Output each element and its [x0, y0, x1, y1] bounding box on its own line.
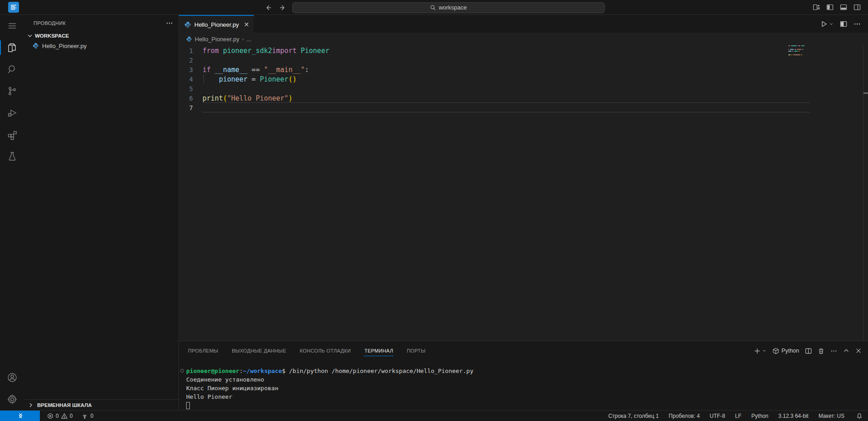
workspace-section-header[interactable]: WORKSPACE [24, 31, 178, 41]
split-terminal-icon[interactable] [805, 348, 812, 354]
ports-status[interactable]: 0 [78, 413, 97, 419]
terminal-line [179, 401, 868, 410]
source-control-icon[interactable] [0, 80, 24, 102]
panel-tab-item[interactable]: ПРОБЛЕМЫ [188, 345, 219, 356]
panel-tab-active[interactable]: ТЕРМИНАЛ [364, 345, 393, 356]
breadcrumb-file[interactable]: Hello_Pioneer.py [195, 36, 239, 43]
explorer-sidebar: ПРОВОДНИК WORKSPACE Hello_Pioneer.py ВРЕ… [24, 15, 179, 410]
workspace-section-label: WORKSPACE [35, 33, 69, 39]
code-line[interactable]: 5 [179, 84, 868, 93]
file-item[interactable]: Hello_Pioneer.py [24, 41, 178, 51]
command-decoration-icon[interactable] [180, 369, 184, 373]
toggle-primary-sidebar-icon[interactable] [826, 4, 834, 11]
new-terminal-icon[interactable] [754, 348, 767, 354]
customize-layout-icon[interactable] [813, 4, 820, 11]
tab-hello-pioneer[interactable]: Hello_Pioneer.py ✕ [179, 15, 254, 33]
status-item[interactable]: Пробелов: 4 [669, 413, 700, 419]
code-lines: 1from pioneer_sdk2import Pioneer23if __n… [179, 46, 868, 112]
minimap[interactable] [788, 45, 810, 58]
overview-ruler[interactable] [863, 45, 868, 341]
code-line[interactable]: 4 pioneer = Pioneer() [179, 74, 868, 84]
code-line[interactable]: 7 [179, 103, 868, 112]
line-content: pioneer = Pioneer() [203, 75, 297, 83]
terminal-output[interactable]: pioneer@pioneer:~/workspace$ /bin/python… [179, 360, 868, 410]
toggle-panel-icon[interactable] [840, 4, 847, 11]
status-item[interactable]: Макет: US [819, 413, 844, 419]
status-item[interactable]: UTF-8 [710, 413, 725, 419]
code-line[interactable]: 2 [179, 55, 868, 65]
menu-icon[interactable] [0, 15, 24, 37]
vscode-window: { "titlebar": { "search": "workspace" },… [0, 0, 868, 421]
warning-count: 0 [70, 413, 73, 419]
code-line[interactable]: 6print("Hello Pioneer") [179, 93, 868, 103]
editor-group: Hello_Pioneer.py ✕ Hello_Pio [179, 15, 868, 410]
status-item[interactable]: Python [752, 413, 768, 419]
titlebar: workspace [0, 0, 868, 15]
activity-bar-spacer [0, 167, 24, 367]
panel-tab-item[interactable]: ВЫХОДНЫЕ ДАННЫЕ [231, 345, 287, 356]
maximize-panel-icon[interactable] [843, 348, 849, 354]
notifications-bell-icon[interactable] [854, 413, 863, 419]
back-arrow-icon[interactable] [263, 3, 273, 13]
bottom-panel: ПРОБЛЕМЫВЫХОДНЫЕ ДАННЫЕКОНСОЛЬ ОТЛАДКИТЕ… [179, 341, 868, 410]
command-center-search[interactable]: workspace [292, 2, 605, 13]
run-python-file-icon[interactable] [820, 20, 834, 28]
extensions-icon[interactable] [0, 124, 24, 145]
python-file-icon-small [186, 36, 192, 42]
status-bar: 0 0 0 Строка 7, столбец 1Пробелов: 4UTF-… [0, 410, 868, 421]
search-view-icon[interactable] [0, 58, 24, 80]
panel-tab-item[interactable]: КОНСОЛЬ ОТЛАДКИ [299, 345, 352, 356]
remote-indicator[interactable] [0, 411, 40, 421]
settings-gear-icon[interactable] [0, 388, 24, 410]
line-content: print("Hello Pioneer") [203, 94, 293, 102]
line-number: 4 [179, 76, 203, 83]
activity-bar [0, 15, 24, 410]
search-value: workspace [439, 4, 467, 11]
chevron-down-icon [26, 32, 34, 39]
status-item[interactable]: LF [735, 413, 742, 419]
ports-count: 0 [90, 413, 93, 419]
accounts-icon[interactable] [0, 367, 24, 388]
problems-status[interactable]: 0 0 [43, 413, 76, 419]
tab-close-icon[interactable]: ✕ [244, 21, 249, 28]
kill-terminal-icon[interactable] [818, 348, 825, 354]
explorer-icon[interactable] [0, 37, 24, 58]
status-item[interactable]: 3.12.3 64-bit [778, 413, 809, 419]
python-file-icon [184, 21, 191, 28]
cursor-position-marker [863, 92, 868, 94]
chevron-right-icon [27, 402, 34, 409]
line-content: if __name__ == "__main__": [203, 66, 309, 74]
code-line[interactable]: 1from pioneer_sdk2import Pioneer [179, 46, 868, 55]
line-number: 5 [179, 85, 203, 92]
breadcrumb-separator-icon: › [242, 36, 244, 42]
editor-more-actions-icon[interactable] [854, 20, 861, 28]
panel-tab-item[interactable]: ПОРТЫ [406, 345, 426, 356]
app-logo-icon[interactable] [8, 2, 19, 13]
panel-more-actions-icon[interactable] [830, 348, 837, 354]
timeline-section-header[interactable]: ВРЕМЕННАЯ ШКАЛА [24, 399, 178, 410]
line-number: 6 [179, 95, 203, 102]
file-tree: Hello_Pioneer.py [24, 41, 178, 51]
breadcrumb: Hello_Pioneer.py › ... [179, 33, 868, 45]
breadcrumb-symbol[interactable]: ... [246, 36, 251, 43]
code-editor[interactable]: 1from pioneer_sdk2import Pioneer23if __n… [179, 45, 868, 341]
terminal-profile[interactable]: Python [772, 348, 799, 354]
status-item[interactable]: Строка 7, столбец 1 [608, 413, 659, 419]
code-line[interactable]: 3if __name__ == "__main__": [179, 65, 868, 74]
tab-title: Hello_Pioneer.py [194, 21, 239, 28]
line-number: 1 [179, 47, 203, 54]
terminal-profile-label: Python [781, 348, 799, 354]
sidebar-more-actions-icon[interactable] [166, 19, 173, 27]
panel-tabs: ПРОБЛЕМЫВЫХОДНЫЕ ДАННЫЕКОНСОЛЬ ОТЛАДКИТЕ… [188, 345, 426, 356]
testing-icon[interactable] [0, 145, 24, 167]
line-number: 3 [179, 66, 203, 73]
line-number: 7 [179, 104, 203, 111]
toggle-secondary-sidebar-icon[interactable] [854, 4, 861, 11]
tab-bar: Hello_Pioneer.py ✕ [179, 15, 868, 33]
terminal-cursor [186, 402, 190, 409]
run-debug-icon[interactable] [0, 102, 24, 124]
terminal-line: Соединение установлено [179, 375, 868, 384]
close-panel-icon[interactable] [855, 348, 862, 354]
forward-arrow-icon[interactable] [278, 3, 288, 13]
split-editor-icon[interactable] [840, 20, 847, 28]
